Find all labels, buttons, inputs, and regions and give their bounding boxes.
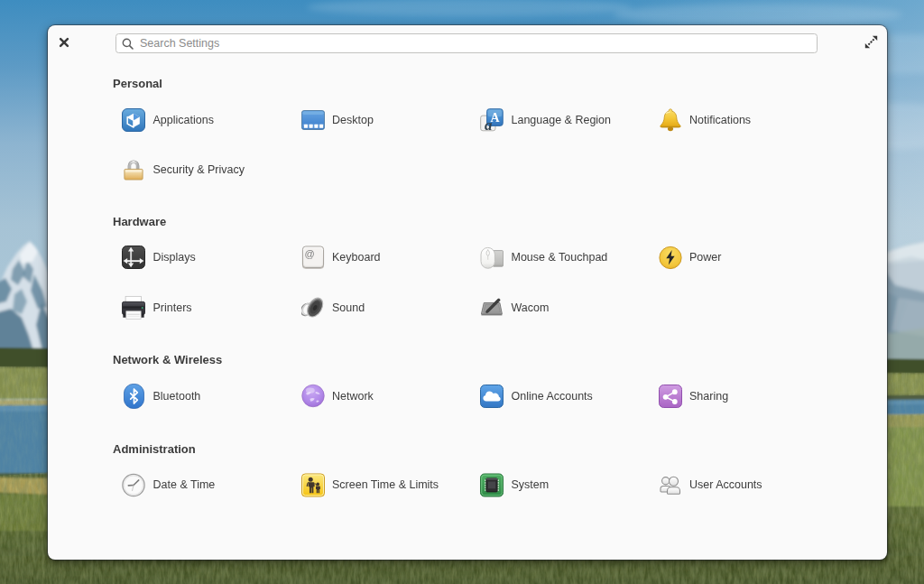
svg-text:@: @	[304, 248, 314, 259]
svg-text:a: a	[485, 116, 492, 133]
